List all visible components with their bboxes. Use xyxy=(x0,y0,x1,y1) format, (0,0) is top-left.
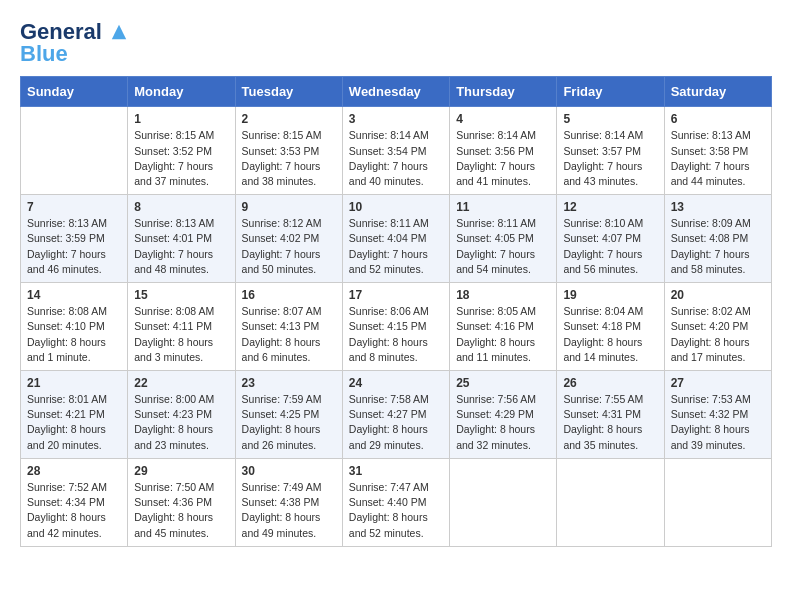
calendar-header-wednesday: Wednesday xyxy=(342,77,449,107)
day-info: Sunrise: 8:15 AMSunset: 3:52 PMDaylight:… xyxy=(134,128,228,189)
day-number: 20 xyxy=(671,288,765,302)
calendar-cell: 19Sunrise: 8:04 AMSunset: 4:18 PMDayligh… xyxy=(557,283,664,371)
logo: General Blue xyxy=(20,20,128,66)
calendar-header-thursday: Thursday xyxy=(450,77,557,107)
calendar-week-row: 14Sunrise: 8:08 AMSunset: 4:10 PMDayligh… xyxy=(21,283,772,371)
day-info: Sunrise: 7:56 AMSunset: 4:29 PMDaylight:… xyxy=(456,392,550,453)
calendar-cell xyxy=(557,458,664,546)
day-number: 19 xyxy=(563,288,657,302)
calendar-cell xyxy=(450,458,557,546)
calendar-header-monday: Monday xyxy=(128,77,235,107)
calendar-cell: 30Sunrise: 7:49 AMSunset: 4:38 PMDayligh… xyxy=(235,458,342,546)
day-info: Sunrise: 7:59 AMSunset: 4:25 PMDaylight:… xyxy=(242,392,336,453)
day-info: Sunrise: 7:47 AMSunset: 4:40 PMDaylight:… xyxy=(349,480,443,541)
day-info: Sunrise: 8:05 AMSunset: 4:16 PMDaylight:… xyxy=(456,304,550,365)
day-number: 25 xyxy=(456,376,550,390)
day-number: 2 xyxy=(242,112,336,126)
day-info: Sunrise: 8:08 AMSunset: 4:11 PMDaylight:… xyxy=(134,304,228,365)
calendar-cell: 2Sunrise: 8:15 AMSunset: 3:53 PMDaylight… xyxy=(235,107,342,195)
day-number: 29 xyxy=(134,464,228,478)
calendar-week-row: 1Sunrise: 8:15 AMSunset: 3:52 PMDaylight… xyxy=(21,107,772,195)
calendar-cell: 15Sunrise: 8:08 AMSunset: 4:11 PMDayligh… xyxy=(128,283,235,371)
calendar-header-sunday: Sunday xyxy=(21,77,128,107)
day-info: Sunrise: 8:09 AMSunset: 4:08 PMDaylight:… xyxy=(671,216,765,277)
day-info: Sunrise: 8:08 AMSunset: 4:10 PMDaylight:… xyxy=(27,304,121,365)
calendar-cell: 14Sunrise: 8:08 AMSunset: 4:10 PMDayligh… xyxy=(21,283,128,371)
day-info: Sunrise: 7:49 AMSunset: 4:38 PMDaylight:… xyxy=(242,480,336,541)
calendar-cell: 5Sunrise: 8:14 AMSunset: 3:57 PMDaylight… xyxy=(557,107,664,195)
day-number: 23 xyxy=(242,376,336,390)
calendar-cell: 16Sunrise: 8:07 AMSunset: 4:13 PMDayligh… xyxy=(235,283,342,371)
calendar-week-row: 7Sunrise: 8:13 AMSunset: 3:59 PMDaylight… xyxy=(21,195,772,283)
calendar-cell: 21Sunrise: 8:01 AMSunset: 4:21 PMDayligh… xyxy=(21,371,128,459)
day-info: Sunrise: 8:04 AMSunset: 4:18 PMDaylight:… xyxy=(563,304,657,365)
day-number: 11 xyxy=(456,200,550,214)
day-info: Sunrise: 8:15 AMSunset: 3:53 PMDaylight:… xyxy=(242,128,336,189)
calendar-cell: 8Sunrise: 8:13 AMSunset: 4:01 PMDaylight… xyxy=(128,195,235,283)
day-info: Sunrise: 7:53 AMSunset: 4:32 PMDaylight:… xyxy=(671,392,765,453)
day-info: Sunrise: 8:11 AMSunset: 4:05 PMDaylight:… xyxy=(456,216,550,277)
day-info: Sunrise: 8:14 AMSunset: 3:56 PMDaylight:… xyxy=(456,128,550,189)
day-number: 5 xyxy=(563,112,657,126)
day-number: 9 xyxy=(242,200,336,214)
calendar-cell: 22Sunrise: 8:00 AMSunset: 4:23 PMDayligh… xyxy=(128,371,235,459)
day-number: 15 xyxy=(134,288,228,302)
day-number: 21 xyxy=(27,376,121,390)
calendar-cell: 20Sunrise: 8:02 AMSunset: 4:20 PMDayligh… xyxy=(664,283,771,371)
day-info: Sunrise: 8:14 AMSunset: 3:57 PMDaylight:… xyxy=(563,128,657,189)
day-number: 22 xyxy=(134,376,228,390)
calendar-header-friday: Friday xyxy=(557,77,664,107)
day-number: 3 xyxy=(349,112,443,126)
day-info: Sunrise: 8:13 AMSunset: 3:58 PMDaylight:… xyxy=(671,128,765,189)
day-info: Sunrise: 8:01 AMSunset: 4:21 PMDaylight:… xyxy=(27,392,121,453)
calendar-cell: 10Sunrise: 8:11 AMSunset: 4:04 PMDayligh… xyxy=(342,195,449,283)
day-number: 12 xyxy=(563,200,657,214)
day-number: 8 xyxy=(134,200,228,214)
calendar-cell xyxy=(21,107,128,195)
day-number: 1 xyxy=(134,112,228,126)
day-info: Sunrise: 8:07 AMSunset: 4:13 PMDaylight:… xyxy=(242,304,336,365)
day-number: 18 xyxy=(456,288,550,302)
day-info: Sunrise: 8:02 AMSunset: 4:20 PMDaylight:… xyxy=(671,304,765,365)
page-header: General Blue xyxy=(20,20,772,66)
calendar-header-tuesday: Tuesday xyxy=(235,77,342,107)
calendar-cell: 26Sunrise: 7:55 AMSunset: 4:31 PMDayligh… xyxy=(557,371,664,459)
calendar-cell: 6Sunrise: 8:13 AMSunset: 3:58 PMDaylight… xyxy=(664,107,771,195)
day-info: Sunrise: 8:00 AMSunset: 4:23 PMDaylight:… xyxy=(134,392,228,453)
calendar-cell: 28Sunrise: 7:52 AMSunset: 4:34 PMDayligh… xyxy=(21,458,128,546)
calendar-cell: 4Sunrise: 8:14 AMSunset: 3:56 PMDaylight… xyxy=(450,107,557,195)
calendar-header-row: SundayMondayTuesdayWednesdayThursdayFrid… xyxy=(21,77,772,107)
day-number: 7 xyxy=(27,200,121,214)
calendar-cell: 29Sunrise: 7:50 AMSunset: 4:36 PMDayligh… xyxy=(128,458,235,546)
day-number: 14 xyxy=(27,288,121,302)
calendar-cell: 24Sunrise: 7:58 AMSunset: 4:27 PMDayligh… xyxy=(342,371,449,459)
day-info: Sunrise: 7:55 AMSunset: 4:31 PMDaylight:… xyxy=(563,392,657,453)
day-info: Sunrise: 7:50 AMSunset: 4:36 PMDaylight:… xyxy=(134,480,228,541)
calendar-cell: 1Sunrise: 8:15 AMSunset: 3:52 PMDaylight… xyxy=(128,107,235,195)
day-info: Sunrise: 8:13 AMSunset: 4:01 PMDaylight:… xyxy=(134,216,228,277)
day-number: 30 xyxy=(242,464,336,478)
calendar-cell: 7Sunrise: 8:13 AMSunset: 3:59 PMDaylight… xyxy=(21,195,128,283)
calendar-header-saturday: Saturday xyxy=(664,77,771,107)
calendar-cell: 17Sunrise: 8:06 AMSunset: 4:15 PMDayligh… xyxy=(342,283,449,371)
day-number: 13 xyxy=(671,200,765,214)
calendar-cell: 12Sunrise: 8:10 AMSunset: 4:07 PMDayligh… xyxy=(557,195,664,283)
calendar-cell: 31Sunrise: 7:47 AMSunset: 4:40 PMDayligh… xyxy=(342,458,449,546)
day-number: 6 xyxy=(671,112,765,126)
day-number: 26 xyxy=(563,376,657,390)
logo-blue: Blue xyxy=(20,42,68,66)
day-info: Sunrise: 8:10 AMSunset: 4:07 PMDaylight:… xyxy=(563,216,657,277)
day-info: Sunrise: 8:12 AMSunset: 4:02 PMDaylight:… xyxy=(242,216,336,277)
day-number: 17 xyxy=(349,288,443,302)
day-number: 24 xyxy=(349,376,443,390)
calendar-cell: 9Sunrise: 8:12 AMSunset: 4:02 PMDaylight… xyxy=(235,195,342,283)
day-info: Sunrise: 8:11 AMSunset: 4:04 PMDaylight:… xyxy=(349,216,443,277)
calendar-cell: 3Sunrise: 8:14 AMSunset: 3:54 PMDaylight… xyxy=(342,107,449,195)
calendar-cell: 25Sunrise: 7:56 AMSunset: 4:29 PMDayligh… xyxy=(450,371,557,459)
day-number: 28 xyxy=(27,464,121,478)
calendar-cell: 18Sunrise: 8:05 AMSunset: 4:16 PMDayligh… xyxy=(450,283,557,371)
calendar-cell: 23Sunrise: 7:59 AMSunset: 4:25 PMDayligh… xyxy=(235,371,342,459)
calendar-cell: 11Sunrise: 8:11 AMSunset: 4:05 PMDayligh… xyxy=(450,195,557,283)
calendar-cell: 13Sunrise: 8:09 AMSunset: 4:08 PMDayligh… xyxy=(664,195,771,283)
calendar-table: SundayMondayTuesdayWednesdayThursdayFrid… xyxy=(20,76,772,546)
